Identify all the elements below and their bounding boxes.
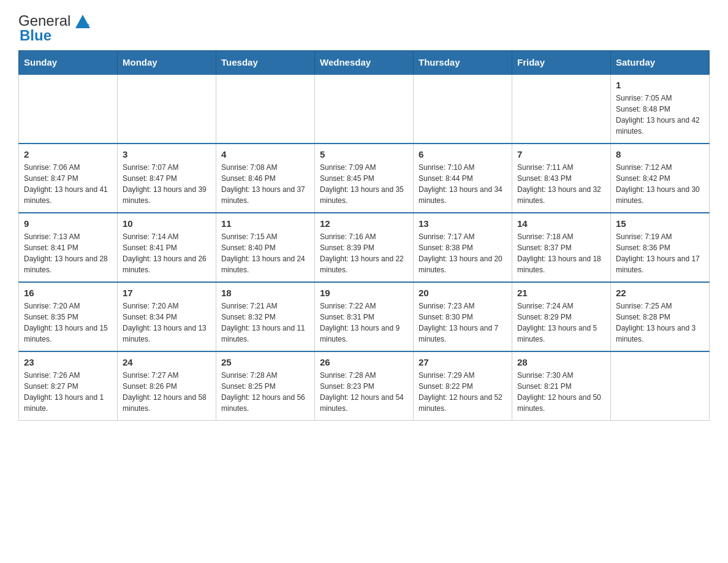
day-info: Sunrise: 7:28 AM Sunset: 8:25 PM Dayligh… [221, 370, 309, 414]
day-number: 12 [320, 218, 408, 229]
day-cell: 23Sunrise: 7:26 AM Sunset: 8:27 PM Dayli… [19, 351, 118, 421]
day-info: Sunrise: 7:18 AM Sunset: 8:37 PM Dayligh… [517, 231, 605, 275]
day-number: 20 [419, 288, 507, 298]
day-cell: 4Sunrise: 7:08 AM Sunset: 8:46 PM Daylig… [216, 144, 315, 213]
day-info: Sunrise: 7:27 AM Sunset: 8:26 PM Dayligh… [123, 370, 211, 414]
page-header: General Blue [18, 12, 710, 44]
day-cell: 10Sunrise: 7:14 AM Sunset: 8:41 PM Dayli… [118, 213, 216, 282]
day-number: 6 [419, 149, 507, 159]
day-info: Sunrise: 7:08 AM Sunset: 8:46 PM Dayligh… [221, 162, 309, 206]
day-header-wednesday: Wednesday [315, 51, 414, 75]
day-cell: 25Sunrise: 7:28 AM Sunset: 8:25 PM Dayli… [216, 351, 315, 421]
day-number: 9 [24, 218, 112, 229]
day-cell [512, 74, 611, 144]
day-cell: 6Sunrise: 7:10 AM Sunset: 8:44 PM Daylig… [414, 144, 512, 213]
day-cell: 19Sunrise: 7:22 AM Sunset: 8:31 PM Dayli… [315, 282, 414, 351]
day-cell: 22Sunrise: 7:25 AM Sunset: 8:28 PM Dayli… [611, 282, 710, 351]
day-header-tuesday: Tuesday [216, 51, 315, 75]
day-number: 19 [320, 288, 408, 298]
day-info: Sunrise: 7:17 AM Sunset: 8:38 PM Dayligh… [419, 231, 507, 275]
day-cell: 2Sunrise: 7:06 AM Sunset: 8:47 PM Daylig… [19, 144, 118, 213]
week-row-3: 9Sunrise: 7:13 AM Sunset: 8:41 PM Daylig… [19, 213, 710, 282]
day-cell: 11Sunrise: 7:15 AM Sunset: 8:40 PM Dayli… [216, 213, 315, 282]
day-number: 28 [517, 357, 605, 367]
day-info: Sunrise: 7:25 AM Sunset: 8:28 PM Dayligh… [616, 301, 704, 345]
day-cell: 20Sunrise: 7:23 AM Sunset: 8:30 PM Dayli… [414, 282, 512, 351]
day-number: 25 [221, 357, 309, 367]
logo-blue-label: Blue [20, 27, 51, 44]
day-cell: 26Sunrise: 7:28 AM Sunset: 8:23 PM Dayli… [315, 351, 414, 421]
day-info: Sunrise: 7:16 AM Sunset: 8:39 PM Dayligh… [320, 231, 408, 275]
day-cell: 15Sunrise: 7:19 AM Sunset: 8:36 PM Dayli… [611, 213, 710, 282]
day-number: 17 [123, 288, 211, 298]
day-number: 23 [24, 357, 112, 367]
day-number: 21 [517, 288, 605, 298]
day-number: 22 [616, 288, 704, 298]
day-cell [118, 74, 216, 144]
day-number: 14 [517, 218, 605, 229]
day-cell: 18Sunrise: 7:21 AM Sunset: 8:32 PM Dayli… [216, 282, 315, 351]
day-cell: 5Sunrise: 7:09 AM Sunset: 8:45 PM Daylig… [315, 144, 414, 213]
day-number: 3 [123, 149, 211, 159]
day-info: Sunrise: 7:15 AM Sunset: 8:40 PM Dayligh… [221, 231, 309, 275]
week-row-4: 16Sunrise: 7:20 AM Sunset: 8:35 PM Dayli… [19, 282, 710, 351]
day-number: 8 [616, 149, 704, 159]
day-cell: 12Sunrise: 7:16 AM Sunset: 8:39 PM Dayli… [315, 213, 414, 282]
day-cell: 28Sunrise: 7:30 AM Sunset: 8:21 PM Dayli… [512, 351, 611, 421]
day-info: Sunrise: 7:07 AM Sunset: 8:47 PM Dayligh… [123, 162, 211, 206]
day-number: 11 [221, 218, 309, 229]
logo: General Blue [18, 12, 94, 44]
day-info: Sunrise: 7:10 AM Sunset: 8:44 PM Dayligh… [419, 162, 507, 206]
day-cell [216, 74, 315, 144]
day-number: 2 [24, 149, 112, 159]
day-header-monday: Monday [118, 51, 216, 75]
day-cell [19, 74, 118, 144]
day-info: Sunrise: 7:22 AM Sunset: 8:31 PM Dayligh… [320, 301, 408, 345]
day-header-sunday: Sunday [19, 51, 118, 75]
day-info: Sunrise: 7:11 AM Sunset: 8:43 PM Dayligh… [517, 162, 605, 206]
day-header-thursday: Thursday [414, 51, 512, 75]
day-info: Sunrise: 7:14 AM Sunset: 8:41 PM Dayligh… [123, 231, 211, 275]
day-info: Sunrise: 7:19 AM Sunset: 8:36 PM Dayligh… [616, 231, 704, 275]
day-cell [315, 74, 414, 144]
day-number: 13 [419, 218, 507, 229]
logo-mountain-icon [72, 12, 94, 29]
day-number: 10 [123, 218, 211, 229]
day-cell: 21Sunrise: 7:24 AM Sunset: 8:29 PM Dayli… [512, 282, 611, 351]
day-cell: 3Sunrise: 7:07 AM Sunset: 8:47 PM Daylig… [118, 144, 216, 213]
day-cell: 7Sunrise: 7:11 AM Sunset: 8:43 PM Daylig… [512, 144, 611, 213]
day-cell: 24Sunrise: 7:27 AM Sunset: 8:26 PM Dayli… [118, 351, 216, 421]
day-info: Sunrise: 7:23 AM Sunset: 8:30 PM Dayligh… [419, 301, 507, 345]
day-info: Sunrise: 7:20 AM Sunset: 8:35 PM Dayligh… [24, 301, 112, 345]
day-cell: 9Sunrise: 7:13 AM Sunset: 8:41 PM Daylig… [19, 213, 118, 282]
day-info: Sunrise: 7:24 AM Sunset: 8:29 PM Dayligh… [517, 301, 605, 345]
day-number: 16 [24, 288, 112, 298]
day-info: Sunrise: 7:09 AM Sunset: 8:45 PM Dayligh… [320, 162, 408, 206]
day-cell [414, 74, 512, 144]
week-row-2: 2Sunrise: 7:06 AM Sunset: 8:47 PM Daylig… [19, 144, 710, 213]
calendar-table: SundayMondayTuesdayWednesdayThursdayFrid… [18, 50, 710, 421]
day-info: Sunrise: 7:29 AM Sunset: 8:22 PM Dayligh… [419, 370, 507, 414]
day-cell [611, 351, 710, 421]
day-cell: 1Sunrise: 7:05 AM Sunset: 8:48 PM Daylig… [611, 74, 710, 144]
day-info: Sunrise: 7:05 AM Sunset: 8:48 PM Dayligh… [616, 93, 704, 137]
day-cell: 14Sunrise: 7:18 AM Sunset: 8:37 PM Dayli… [512, 213, 611, 282]
day-number: 7 [517, 149, 605, 159]
day-cell: 8Sunrise: 7:12 AM Sunset: 8:42 PM Daylig… [611, 144, 710, 213]
day-number: 15 [616, 218, 704, 229]
week-row-1: 1Sunrise: 7:05 AM Sunset: 8:48 PM Daylig… [19, 74, 710, 144]
day-info: Sunrise: 7:26 AM Sunset: 8:27 PM Dayligh… [24, 370, 112, 414]
day-number: 24 [123, 357, 211, 367]
day-header-saturday: Saturday [611, 51, 710, 75]
day-info: Sunrise: 7:06 AM Sunset: 8:47 PM Dayligh… [24, 162, 112, 206]
day-number: 5 [320, 149, 408, 159]
day-number: 26 [320, 357, 408, 367]
day-cell: 27Sunrise: 7:29 AM Sunset: 8:22 PM Dayli… [414, 351, 512, 421]
day-header-row: SundayMondayTuesdayWednesdayThursdayFrid… [19, 51, 710, 75]
day-info: Sunrise: 7:21 AM Sunset: 8:32 PM Dayligh… [221, 301, 309, 345]
day-number: 18 [221, 288, 309, 298]
day-info: Sunrise: 7:28 AM Sunset: 8:23 PM Dayligh… [320, 370, 408, 414]
day-cell: 17Sunrise: 7:20 AM Sunset: 8:34 PM Dayli… [118, 282, 216, 351]
day-info: Sunrise: 7:20 AM Sunset: 8:34 PM Dayligh… [123, 301, 211, 345]
day-info: Sunrise: 7:12 AM Sunset: 8:42 PM Dayligh… [616, 162, 704, 206]
